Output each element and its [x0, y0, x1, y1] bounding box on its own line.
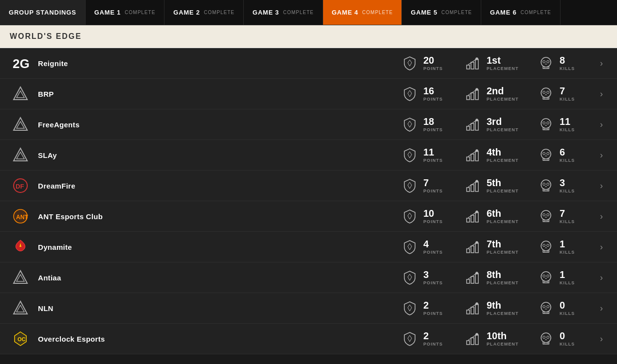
kills-value: 0: [560, 331, 565, 341]
team-stats: 18 POINTS 3rd PLACEMENT 11 KILLS: [401, 116, 596, 133]
placement-block: 4th PLACEMENT: [464, 146, 537, 164]
team-row[interactable]: DF DreamFire 7 POINTS 5th PLACEMENT 3: [0, 171, 617, 201]
nav-item-game3[interactable]: GAME 3COMPLETE: [244, 0, 323, 25]
svg-point-85: [547, 306, 549, 308]
svg-text:DF: DF: [16, 183, 24, 190]
kills-label: KILLS: [560, 66, 575, 71]
points-value-group: 18 POINTS: [423, 117, 443, 132]
expand-chevron[interactable]: ›: [596, 333, 607, 345]
svg-point-95: [547, 336, 549, 339]
team-row[interactable]: ANT ANT Esports Club 10 POINTS 6th PLACE…: [0, 201, 617, 232]
svg-point-43: [541, 180, 551, 190]
svg-point-76: [547, 275, 549, 277]
expand-chevron[interactable]: ›: [596, 119, 607, 130]
team-name: FreeAgents: [38, 121, 401, 129]
kills-block: 3 KILLS: [537, 177, 596, 194]
team-row[interactable]: SLAy 11 POINTS 4th PLACEMENT 6 KILLS: [0, 140, 617, 171]
placement-label: PLACEMENT: [487, 342, 519, 347]
svg-rect-10: [467, 96, 470, 100]
expand-chevron[interactable]: ›: [596, 241, 607, 253]
points-value: 10: [423, 208, 434, 218]
points-value-group: 2 POINTS: [423, 331, 443, 347]
team-name: NLN: [38, 304, 401, 312]
map-name-header: WORLD'S EDGE: [0, 25, 617, 48]
team-row[interactable]: 2G Reignite 20 POINTS 1st PLACEMENT 8: [0, 48, 617, 79]
points-label: POINTS: [423, 189, 443, 193]
nav-item-game5[interactable]: GAME 5COMPLETE: [402, 0, 481, 25]
team-stats: 2 POINTS 10th PLACEMENT 0 KILLS: [401, 330, 596, 347]
kills-block: 7 KILLS: [537, 85, 596, 103]
team-row[interactable]: Dynamite 4 POINTS 7th PLACEMENT 1 KILLS: [0, 232, 617, 262]
team-row[interactable]: BRP 16 POINTS 2nd PLACEMENT 7 KILLS: [0, 79, 617, 109]
team-row[interactable]: FreeAgents 18 POINTS 3rd PLACEMENT 11 K: [0, 109, 617, 140]
team-list: 2G Reignite 20 POINTS 1st PLACEMENT 8: [0, 48, 617, 354]
expand-chevron[interactable]: ›: [596, 180, 607, 191]
points-block: 18 POINTS: [401, 116, 464, 133]
team-stats: 3 POINTS 8th PLACEMENT 1 KILLS: [401, 269, 596, 286]
svg-point-46: [543, 183, 545, 186]
nav-item-game6[interactable]: GAME 6COMPLETE: [481, 0, 561, 25]
nav-item-game1[interactable]: GAME 1COMPLETE: [86, 0, 165, 25]
team-row[interactable]: OC Overclock Esports 2 POINTS 10th PLACE…: [0, 324, 617, 354]
team-logo-ant-esports-club: ANT: [10, 206, 31, 227]
nav-item-group-standings[interactable]: GROUP STANDINGS: [0, 0, 86, 25]
expand-chevron[interactable]: ›: [596, 272, 607, 283]
expand-chevron[interactable]: ›: [596, 88, 607, 100]
placement-block: 10th PLACEMENT: [464, 330, 537, 347]
team-row[interactable]: Antiaa 3 POINTS 8th PLACEMENT 1 KILLS: [0, 262, 617, 293]
points-block: 11 POINTS: [401, 146, 464, 164]
svg-rect-39: [467, 188, 470, 191]
kills-label: KILLS: [560, 280, 575, 285]
points-value: 18: [423, 117, 434, 126]
team-row[interactable]: NLN 2 POINTS 9th PLACEMENT 0 KILLS: [0, 293, 617, 324]
svg-point-9: [547, 61, 549, 63]
kills-label: KILLS: [560, 219, 575, 224]
placement-value: 6th: [487, 208, 501, 218]
kills-value: 1: [560, 270, 565, 279]
expand-chevron[interactable]: ›: [596, 57, 607, 69]
kills-icon: [537, 208, 555, 225]
svg-rect-87: [467, 341, 470, 345]
kills-label: KILLS: [560, 189, 575, 193]
placement-label: PLACEMENT: [487, 66, 519, 71]
kills-label: KILLS: [560, 250, 575, 255]
points-icon: [401, 299, 418, 317]
points-value-group: 4 POINTS: [423, 239, 443, 255]
points-icon: [401, 146, 418, 164]
team-name: SLAy: [38, 151, 401, 159]
placement-icon: [464, 85, 482, 103]
team-stats: 16 POINTS 2nd PLACEMENT 7 KILLS: [401, 85, 596, 103]
nav-item-game2[interactable]: GAME 2COMPLETE: [164, 0, 244, 25]
kills-icon: [537, 269, 555, 286]
svg-rect-29: [471, 154, 474, 161]
placement-label: PLACEMENT: [487, 189, 519, 193]
svg-rect-50: [467, 218, 470, 222]
svg-rect-2: [471, 62, 474, 69]
svg-point-47: [547, 183, 549, 186]
svg-rect-68: [467, 279, 470, 283]
points-value-group: 7 POINTS: [423, 178, 443, 193]
points-value: 16: [423, 86, 434, 96]
expand-chevron[interactable]: ›: [596, 210, 607, 222]
expand-chevron[interactable]: ›: [596, 302, 607, 314]
top-navigation: GROUP STANDINGSGAME 1COMPLETEGAME 2COMPL…: [0, 0, 617, 25]
svg-point-23: [541, 119, 551, 128]
team-logo-nln: [10, 297, 31, 319]
svg-point-26: [543, 122, 545, 124]
team-name: Reignite: [38, 59, 401, 68]
svg-point-66: [543, 244, 545, 247]
kills-icon: [537, 177, 555, 194]
svg-point-57: [543, 214, 545, 216]
kills-block: 1 KILLS: [537, 269, 596, 286]
team-name: ANT Esports Club: [38, 212, 401, 221]
svg-rect-79: [475, 304, 478, 314]
kills-value-group: 7 KILLS: [560, 86, 575, 102]
placement-icon: [464, 238, 482, 256]
svg-point-81: [541, 302, 551, 312]
nav-sub-label-game3: COMPLETE: [283, 10, 314, 15]
svg-point-58: [547, 214, 549, 216]
placement-block: 9th PLACEMENT: [464, 299, 537, 317]
svg-rect-77: [467, 310, 470, 314]
nav-item-game4[interactable]: GAME 4COMPLETE: [323, 0, 402, 25]
expand-chevron[interactable]: ›: [596, 149, 607, 161]
